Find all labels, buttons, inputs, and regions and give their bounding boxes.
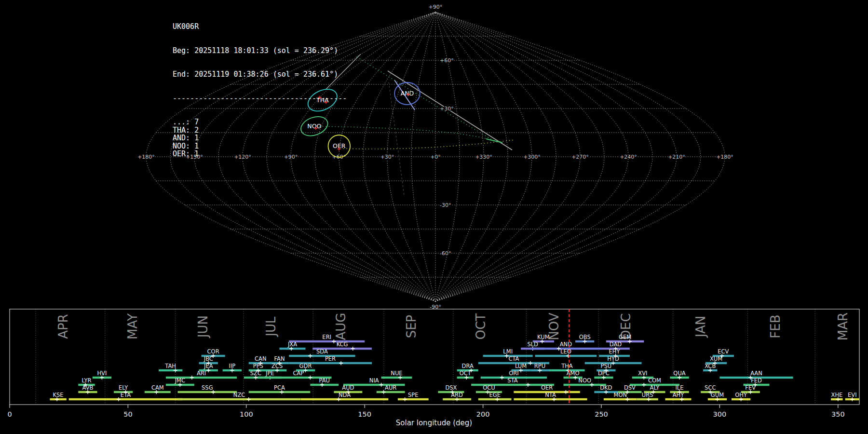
peak-marker [339,361,343,365]
shower-bar-tah [159,369,182,371]
shower-bar-pca [249,391,311,393]
shower-bar-spe [398,398,429,400]
peak-marker [117,397,121,401]
shower-count-list: ...: 7THA: 2AND: 1NOO: 1OER: 1 [173,118,347,158]
map-lon-label: +30° [380,154,394,160]
shower-label-psu: PSU [600,363,611,369]
meteor-track [486,139,502,143]
shower-label-avb: AVB [82,384,94,391]
map-lon-label: +180° [137,154,155,160]
peak-marker [308,354,312,358]
shower-label-evi: EVI [848,392,857,398]
shower-label-kum: KUM [537,334,550,340]
shower-label-tah: TAH [164,363,176,369]
shower-label-pca: PCA [274,384,285,391]
x-tick-label: 50 [123,410,132,418]
shower-count-tha: THA: 2 [173,126,347,135]
shower-label-lum: LUM [515,363,527,369]
shower-bar-aur [377,391,405,393]
shower-label-xum: XUM [710,355,722,362]
shower-label-noo: NOO [578,377,591,384]
shower-label-cap: CAP [293,370,304,377]
shower-label-kcg: KCG [337,341,348,348]
x-tick-label: 100 [240,410,253,418]
peak-marker [500,376,504,380]
peak-marker [351,347,355,351]
shower-label-cta: CTA [508,355,519,362]
shower-count-sporadic: ...: 7 [173,118,347,126]
x-tick-label: 300 [713,410,727,418]
shower-label-jpe: JPE [265,370,274,377]
month-label: OCT [474,313,488,340]
shower-label-gum: GUM [711,392,724,398]
shower-label-cor: COR [207,348,219,355]
peak-marker [529,361,532,365]
shower-label-nue: NUE [391,370,402,377]
shower-label-lmi: LMI [503,348,513,355]
shower-label-sta: STA [507,377,517,384]
shower-label-ssg: SSG [202,384,213,391]
shower-bar-eta [69,398,183,400]
shower-label-rpu: RPU [534,363,545,369]
shower-bar-nue [381,377,412,379]
shower-label-oct: OCT [460,370,472,377]
shower-label-ocu: OCU [483,384,495,391]
map-lon-label: +210° [668,154,685,160]
shower-label-ard: ARD [451,392,463,398]
shower-label-gdr: GDR [299,363,312,369]
x-tick-label: 0 [7,410,12,418]
month-label: APR [56,314,70,339]
shower-label-nia: NIA [369,377,379,384]
shower-label-ohy: OHY [735,392,747,398]
meteor-radiant-report: UK006R Beg: 20251118 18:01:33 (sol = 236… [0,0,868,434]
month-label: AUG [334,313,348,340]
peak-marker [190,376,194,380]
shower-label-hyd: HYD [607,355,619,362]
shower-label-obs: OBS [579,334,591,340]
shower-label-scc: SCC [705,384,716,391]
shower-label-ahy: AHY [673,392,685,398]
shower-bar-ege [478,398,512,400]
shower-bar-ssg [178,391,237,393]
shower-label-tha: THA [561,363,573,369]
shower-label-fed: FED [751,377,762,384]
map-lon-label: +330° [475,154,492,160]
month-label: MAY [125,313,140,339]
separator-line: ---------------------------------------- [173,95,347,103]
shower-label-ehy: EHY [609,348,621,355]
shower-label-pau: PAU [319,377,330,384]
shower-label-iip: IIP [229,363,236,369]
map-lat-label: -60° [440,250,451,257]
shower-label-can: CAN [255,355,267,362]
map-lat-label: -30° [440,202,451,208]
shower-label-jxa: JXA [287,341,297,348]
shower-label-aly: ALY [650,384,660,391]
shower-label-ori: ORI [509,370,518,377]
shower-bar-eri [289,340,365,342]
shower-label-dsx: DSX [445,384,457,391]
shower-label-eri: ERI [322,334,331,340]
shower-label-jea: JEA [203,363,213,369]
shower-activity-chart: APRMAYJUNJULAUGSEPOCTNOVDECJANFEBMARERIK… [0,304,868,429]
shower-label-aud: AUD [342,384,354,391]
map-lon-label: +300° [523,154,541,160]
map-lon-label: +0° [430,154,441,160]
shower-label-jbc: JBC [203,355,213,362]
shower-label-urs: URS [642,392,653,398]
month-label: JAN [693,316,708,338]
shower-label-fev: FEV [745,384,756,391]
shower-label-hvi: HVI [97,370,107,377]
month-label: MAR [836,312,850,340]
map-lon-label: +180° [716,154,733,160]
shower-label-dra: DRA [462,363,474,369]
month-label: JUN [196,315,210,339]
shower-label-com: COM [648,377,661,384]
x-tick-label: 150 [358,410,371,418]
shower-bar-sda [289,355,355,357]
shower-bar-leo [535,355,597,357]
obs-end: End: 20251119 01:38:26 (sol = 236.61°) [173,70,347,79]
shower-label-ari: ARI [197,370,206,377]
shower-label-spe: SPE [408,392,419,398]
radiant-sky-map: +180°+150°+120°+90°+60°+30°+0°+330°+300°… [0,0,868,309]
shower-label-amo: AMO [567,370,580,377]
